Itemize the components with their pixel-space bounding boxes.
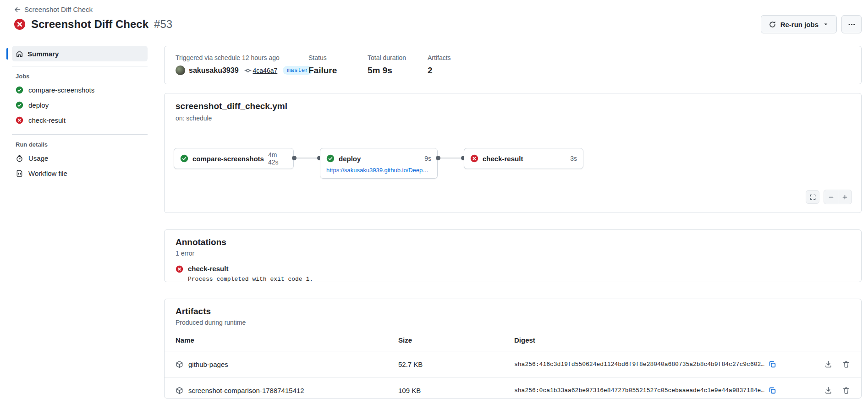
- artifact-digest-cell: sha256:0ca1b33aa62be97316e84727b05521527…: [514, 387, 824, 394]
- column-header-digest: Digest: [514, 336, 824, 344]
- artifact-size: 52.7 KB: [398, 360, 514, 368]
- avatar[interactable]: [176, 66, 185, 75]
- actor-row: sakusaku3939 4ca46a7 master: [176, 66, 308, 75]
- graph-connector: [292, 156, 322, 160]
- jobs-section-label: Jobs: [6, 68, 148, 82]
- artifacts-label: Artifacts: [428, 54, 451, 61]
- artifacts-count-link[interactable]: 2: [428, 66, 451, 76]
- main-layout: Summary Jobs compare-screenshots deploy …: [0, 46, 868, 399]
- zoom-in-button[interactable]: [838, 190, 852, 204]
- page-header: Screenshot Diff Check Screenshot Diff Ch…: [0, 0, 868, 46]
- duration-label: Total duration: [368, 54, 428, 61]
- node-duration: 9s: [424, 155, 431, 162]
- selected-accent-bar: [6, 48, 8, 60]
- sidebar-job-check-result[interactable]: check-result: [6, 113, 148, 128]
- annotation-job-name[interactable]: check-result: [188, 265, 313, 273]
- sidebar-job-compare-screenshots[interactable]: compare-screenshots: [6, 82, 148, 98]
- sidebar-item-summary[interactable]: Summary: [12, 46, 148, 61]
- sidebar-divider: [12, 66, 148, 66]
- artifacts-column: Artifacts 2: [428, 54, 451, 76]
- more-options-button[interactable]: [841, 15, 862, 33]
- title-row: Screenshot Diff Check #53: [14, 18, 868, 31]
- back-link-label: Screenshot Diff Check: [24, 5, 93, 13]
- connector-line: [440, 158, 461, 158]
- artifact-digest: sha256:416c3d19fd550624ed1124bd6f9f8e280…: [514, 361, 764, 368]
- connector-line: [297, 158, 317, 158]
- artifact-name: screenshot-comparison-17887415412: [188, 387, 304, 394]
- sidebar-job-deploy[interactable]: deploy: [6, 98, 148, 113]
- sidebar-item-usage[interactable]: Usage: [6, 151, 148, 166]
- commit-ref[interactable]: 4ca46a7: [244, 67, 278, 74]
- run-summary-card: Triggered via schedule 12 hours ago saku…: [164, 46, 862, 84]
- job-label: deploy: [28, 101, 49, 109]
- duration-value-link[interactable]: 5m 9s: [368, 66, 428, 76]
- x-circle-fill-icon: [14, 18, 26, 30]
- duration-column: Total duration 5m 9s: [368, 54, 428, 76]
- graph-node-deploy[interactable]: deploy 9s https://sakusaku3939.github.io…: [320, 148, 438, 179]
- x-circle-fill-icon: [16, 116, 23, 124]
- artifact-actions: [824, 387, 850, 394]
- check-circle-fill-icon: [326, 154, 335, 163]
- sidebar-item-label: Summary: [27, 50, 59, 58]
- file-code-icon: [16, 169, 23, 177]
- workflow-trigger: on: schedule: [176, 115, 850, 122]
- triggered-label: Triggered via schedule 12 hours ago: [176, 54, 308, 61]
- dash-icon: [828, 194, 835, 201]
- git-commit-icon: [244, 67, 252, 74]
- node-label: compare-screenshots: [192, 155, 264, 163]
- package-icon: [176, 360, 183, 368]
- page-title: Screenshot Diff Check: [31, 18, 148, 31]
- x-circle-fill-icon: [470, 154, 478, 163]
- artifacts-subtitle: Produced during runtime: [176, 319, 850, 326]
- sidebar-item-workflow-file[interactable]: Workflow file: [6, 166, 148, 181]
- copy-icon[interactable]: [769, 387, 776, 394]
- download-icon[interactable]: [824, 360, 832, 368]
- column-header-size: Size: [398, 336, 514, 344]
- rerun-jobs-button[interactable]: Re-run jobs: [761, 15, 837, 33]
- kebab-horizontal-icon: [848, 21, 856, 28]
- artifact-name-cell: github-pages: [176, 360, 398, 368]
- check-circle-fill-icon: [16, 101, 23, 109]
- trash-icon[interactable]: [842, 360, 850, 368]
- artifact-row-github-pages: github-pages 52.7 KB sha256:416c3d19fd55…: [165, 351, 861, 377]
- artifacts-title: Artifacts: [176, 306, 850, 317]
- sidebar-item-label: Usage: [28, 154, 48, 162]
- arrow-left-icon: [14, 6, 21, 13]
- copy-icon[interactable]: [769, 360, 776, 368]
- artifacts-header: Artifacts Produced during runtime: [165, 306, 861, 326]
- graph-node-compare-screenshots[interactable]: compare-screenshots 4m 42s: [174, 148, 294, 169]
- triangle-down-icon: [823, 21, 829, 27]
- workflow-graph-card: screenshot_diff_check.yml on: schedule c…: [164, 93, 862, 213]
- run-number: #53: [154, 18, 172, 31]
- artifacts-card: Artifacts Produced during runtime Name S…: [164, 299, 862, 399]
- package-icon: [176, 387, 183, 394]
- graph-node-check-result[interactable]: check-result 3s: [464, 148, 583, 169]
- annotations-card: Annotations 1 error check-result Process…: [164, 229, 862, 282]
- actor-name[interactable]: sakusaku3939: [189, 66, 239, 75]
- fullscreen-button[interactable]: [806, 190, 819, 204]
- commit-sha-link[interactable]: 4ca46a7: [253, 67, 278, 74]
- annotations-summary: 1 error: [176, 250, 850, 257]
- column-header-name: Name: [176, 336, 398, 344]
- zoom-out-button[interactable]: [824, 190, 838, 204]
- workflow-file-name: screenshot_diff_check.yml: [176, 101, 850, 111]
- annotation-item: check-result Process completed with exit…: [176, 265, 850, 282]
- connector-dot: [292, 156, 297, 160]
- job-label: check-result: [28, 116, 66, 124]
- fullscreen-icon: [809, 194, 816, 201]
- deploy-url-link[interactable]: https://sakusaku3939.github.io/DeepLAnd…: [326, 167, 431, 178]
- artifact-actions: [824, 360, 850, 368]
- trash-icon[interactable]: [842, 387, 850, 394]
- sidebar-item-label: Workflow file: [28, 169, 67, 177]
- annotation-body: check-result Process completed with exit…: [188, 265, 313, 282]
- back-link[interactable]: Screenshot Diff Check: [14, 5, 93, 13]
- run-details-section-label: Run details: [6, 136, 148, 151]
- zoom-controls: [824, 190, 852, 204]
- home-icon: [16, 50, 23, 58]
- node-duration: 3s: [570, 155, 577, 162]
- download-icon[interactable]: [824, 387, 832, 394]
- artifact-size: 109 KB: [398, 387, 514, 394]
- status-label: Status: [308, 54, 368, 61]
- sidebar: Summary Jobs compare-screenshots deploy …: [6, 46, 148, 181]
- plus-icon: [841, 194, 848, 201]
